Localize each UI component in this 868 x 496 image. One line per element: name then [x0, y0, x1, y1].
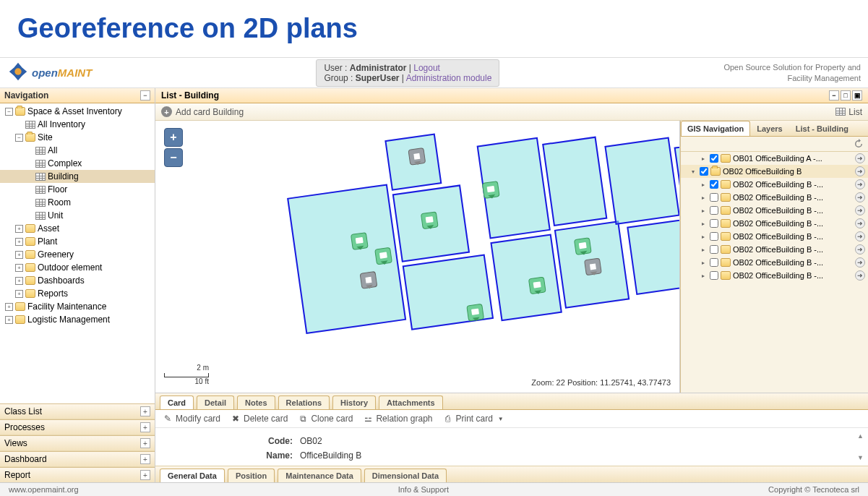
accordion-report[interactable]: Report+	[0, 467, 155, 483]
asset-pin[interactable]	[351, 231, 369, 252]
detail-tab-history[interactable]: History	[332, 395, 376, 409]
relation-graph-button[interactable]: ⚍Relation graph	[363, 414, 432, 424]
clone-card-button[interactable]: ⧉Clone card	[298, 414, 353, 424]
detail-tab-attachments[interactable]: Attachments	[379, 395, 443, 409]
asset-pin[interactable]	[574, 236, 592, 257]
goto-icon[interactable]: ➜	[855, 192, 865, 202]
gis-node[interactable]: ▸OB01 OfficeBuilding A -...➜	[681, 152, 868, 165]
refresh-icon[interactable]	[854, 139, 864, 149]
accordion-processes[interactable]: Processes+	[0, 419, 155, 435]
gis-node[interactable]: ▾OB02 OfficeBuilding B➜	[681, 165, 868, 178]
goto-icon[interactable]: ➜	[855, 257, 865, 268]
main-title: List - Building	[161, 90, 219, 101]
tree-plant[interactable]: +Plant	[0, 235, 155, 248]
tree-floor[interactable]: Floor	[0, 183, 155, 196]
asset-pin[interactable]	[482, 179, 500, 200]
gis-node[interactable]: ▸OB02 OfficeBuilding B -...➜	[681, 243, 868, 256]
gis-node[interactable]: ▸OB02 OfficeBuilding B -...➜	[681, 256, 868, 269]
add-card-button[interactable]: + Add card Building	[161, 106, 244, 117]
list-toggle[interactable]: List	[835, 107, 862, 117]
zoom-out-button[interactable]: −	[164, 148, 183, 167]
gis-node[interactable]: ▸OB02 OfficeBuilding B -...➜	[681, 217, 868, 230]
visibility-checkbox[interactable]	[710, 219, 718, 228]
tab-list-building[interactable]: List - Building	[789, 121, 855, 136]
tree-complex[interactable]: Complex	[0, 157, 155, 170]
tree-all[interactable]: All	[0, 144, 155, 157]
goto-icon[interactable]: ➜	[855, 166, 865, 176]
visibility-checkbox[interactable]	[700, 167, 708, 176]
visibility-checkbox[interactable]	[710, 258, 718, 267]
print-card-button[interactable]: ⎙Print card▼	[443, 414, 504, 424]
accordion-views[interactable]: Views+	[0, 435, 155, 451]
detail-tab-detail[interactable]: Detail	[197, 395, 234, 409]
tree-space-asset[interactable]: −Space & Asset Inventory	[0, 105, 155, 118]
tree-fac-maint[interactable]: +Facility Maintenance	[0, 300, 155, 313]
goto-icon[interactable]: ➜	[855, 244, 865, 255]
modify-card-button[interactable]: ✎Modify card	[163, 414, 220, 424]
goto-icon[interactable]: ➜	[855, 231, 865, 241]
admin-module-link[interactable]: Administration module	[406, 73, 492, 83]
visibility-checkbox[interactable]	[710, 206, 718, 215]
goto-icon[interactable]: ➜	[855, 205, 865, 215]
tree-reports[interactable]: +Reports	[0, 287, 155, 300]
visibility-checkbox[interactable]	[710, 180, 718, 189]
subtab-dimensional-data[interactable]: Dimensional Data	[364, 469, 447, 482]
footer-link-center[interactable]: Info & Support	[79, 485, 768, 494]
gis-node[interactable]: ▸OB02 OfficeBuilding B -...➜	[681, 191, 868, 204]
detail-tab-relations[interactable]: Relations	[278, 395, 330, 409]
goto-icon[interactable]: ➜	[855, 153, 865, 163]
tree-asset[interactable]: +Asset	[0, 222, 155, 235]
visibility-checkbox[interactable]	[710, 271, 718, 280]
tree-greenery[interactable]: +Greenery	[0, 248, 155, 261]
visibility-checkbox[interactable]	[710, 245, 718, 254]
tree-outdoor[interactable]: +Outdoor element	[0, 261, 155, 274]
tree-log-mgmt[interactable]: +Logistic Management	[0, 313, 155, 326]
accordion-class-list[interactable]: Class List+	[0, 403, 155, 419]
restore-icon[interactable]: □	[841, 90, 851, 101]
gis-node[interactable]: ▸OB02 OfficeBuilding B -...➜	[681, 230, 868, 243]
accordion-dashboard[interactable]: Dashboard+	[0, 451, 155, 467]
detail-tab-card[interactable]: Card	[160, 395, 194, 409]
minimize-icon[interactable]: −	[829, 90, 839, 101]
asset-pin[interactable]	[584, 257, 602, 278]
gis-node[interactable]: ▸OB02 OfficeBuilding B -...➜	[681, 269, 868, 282]
tree-site[interactable]: −Site	[0, 131, 155, 144]
tab-layers[interactable]: Layers	[750, 121, 788, 136]
goto-icon[interactable]: ➜	[855, 218, 865, 228]
subtab-position[interactable]: Position	[228, 469, 275, 482]
asset-pin[interactable]	[359, 270, 377, 291]
subtab-maintenance-data[interactable]: Maintenance Data	[278, 469, 361, 482]
scroll-up-icon[interactable]: ▲	[857, 432, 864, 440]
zoom-in-button[interactable]: +	[164, 128, 183, 147]
visibility-checkbox[interactable]	[710, 154, 718, 163]
delete-card-button[interactable]: ✖Delete card	[231, 414, 288, 424]
gis-node[interactable]: ▸OB02 OfficeBuilding B -...➜	[681, 204, 868, 217]
tree-building[interactable]: Building	[0, 170, 155, 183]
asset-pin[interactable]	[421, 210, 439, 231]
asset-pin[interactable]	[374, 246, 392, 267]
asset-pin[interactable]	[528, 275, 546, 296]
user-info: User : Administrator | Logout Group : Su…	[316, 59, 499, 87]
asset-pin[interactable]	[408, 146, 426, 167]
subtab-general-data[interactable]: General Data	[160, 469, 225, 482]
scroll-down-icon[interactable]: ▼	[857, 454, 864, 461]
map-pane[interactable]: + −	[155, 121, 680, 393]
maximize-icon[interactable]: ▣	[852, 90, 862, 101]
collapse-button[interactable]: −	[140, 90, 150, 101]
visibility-checkbox[interactable]	[710, 232, 718, 241]
goto-icon[interactable]: ➜	[855, 179, 865, 189]
footer-link-left[interactable]: www.openmaint.org	[9, 485, 79, 494]
gis-node[interactable]: ▸OB02 OfficeBuilding B -...➜	[681, 178, 868, 191]
tab-gis-navigation[interactable]: GIS Navigation	[681, 121, 750, 136]
tree-unit[interactable]: Unit	[0, 209, 155, 222]
visibility-checkbox[interactable]	[710, 193, 718, 202]
print-icon: ⎙	[443, 414, 453, 424]
tree-dashboards[interactable]: +Dashboards	[0, 274, 155, 287]
logout-link[interactable]: Logout	[413, 63, 440, 73]
goto-icon[interactable]: ➜	[855, 270, 865, 281]
detail-tab-notes[interactable]: Notes	[237, 395, 275, 409]
tree-room[interactable]: Room	[0, 196, 155, 209]
tree-all-inventory[interactable]: All Inventory	[0, 118, 155, 131]
asset-pin[interactable]	[466, 302, 484, 323]
grid-icon	[35, 147, 46, 155]
